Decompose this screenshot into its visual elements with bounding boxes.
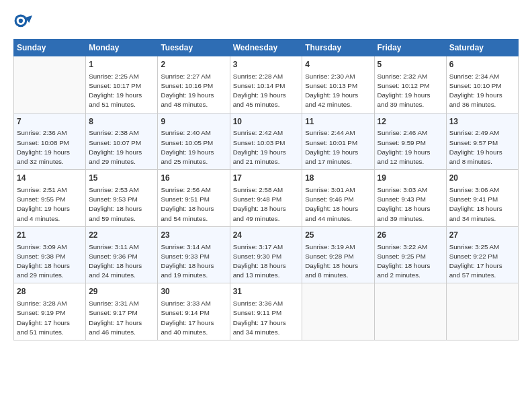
day-info: Sunrise: 3:06 AM Sunset: 9:41 PM Dayligh… <box>449 185 515 224</box>
logo-icon <box>13 13 32 32</box>
col-wednesday: Wednesday <box>230 40 302 56</box>
table-row: 5Sunrise: 2:32 AM Sunset: 10:12 PM Dayli… <box>374 56 446 113</box>
day-info: Sunrise: 3:17 AM Sunset: 9:30 PM Dayligh… <box>233 242 300 281</box>
page: Sunday Monday Tuesday Wednesday Thursday… <box>0 0 532 411</box>
table-row: 14Sunrise: 2:51 AM Sunset: 9:55 PM Dayli… <box>14 170 86 227</box>
day-info: Sunrise: 2:49 AM Sunset: 9:57 PM Dayligh… <box>449 128 515 167</box>
day-number: 30 <box>161 286 226 298</box>
table-row: 20Sunrise: 3:06 AM Sunset: 9:41 PM Dayli… <box>446 170 518 227</box>
day-info: Sunrise: 3:11 AM Sunset: 9:36 PM Dayligh… <box>89 242 154 281</box>
day-info: Sunrise: 2:30 AM Sunset: 10:13 PM Daylig… <box>305 72 371 110</box>
table-row: 18Sunrise: 3:01 AM Sunset: 9:46 PM Dayli… <box>302 170 374 227</box>
day-number: 29 <box>89 286 154 298</box>
day-info: Sunrise: 2:28 AM Sunset: 10:14 PM Daylig… <box>233 72 300 110</box>
day-info: Sunrise: 3:31 AM Sunset: 9:17 PM Dayligh… <box>89 299 154 337</box>
calendar-header-row: Sunday Monday Tuesday Wednesday Thursday… <box>14 40 519 56</box>
day-number: 4 <box>305 59 371 71</box>
table-row: 25Sunrise: 3:19 AM Sunset: 9:28 PM Dayli… <box>302 226 374 283</box>
table-row: 31Sunrise: 3:36 AM Sunset: 9:11 PM Dayli… <box>230 283 302 340</box>
day-info: Sunrise: 2:36 AM Sunset: 10:08 PM Daylig… <box>17 128 83 167</box>
day-info: Sunrise: 2:56 AM Sunset: 9:51 PM Dayligh… <box>161 185 226 224</box>
day-number: 15 <box>89 173 154 184</box>
day-info: Sunrise: 3:03 AM Sunset: 9:43 PM Dayligh… <box>378 185 443 224</box>
day-number: 12 <box>378 116 443 128</box>
day-info: Sunrise: 2:58 AM Sunset: 9:48 PM Dayligh… <box>233 185 300 224</box>
table-row: 22Sunrise: 3:11 AM Sunset: 9:36 PM Dayli… <box>86 226 158 283</box>
table-row: 9Sunrise: 2:40 AM Sunset: 10:05 PM Dayli… <box>158 113 230 170</box>
day-number: 23 <box>161 230 226 241</box>
day-number: 5 <box>378 59 443 71</box>
day-number: 3 <box>233 59 300 71</box>
day-number: 9 <box>161 116 226 128</box>
day-info: Sunrise: 3:01 AM Sunset: 9:46 PM Dayligh… <box>305 185 371 224</box>
table-row: 26Sunrise: 3:22 AM Sunset: 9:25 PM Dayli… <box>374 226 446 283</box>
day-number: 21 <box>17 230 83 241</box>
day-info: Sunrise: 2:32 AM Sunset: 10:12 PM Daylig… <box>378 72 443 110</box>
day-number: 8 <box>89 116 154 128</box>
table-row: 2Sunrise: 2:27 AM Sunset: 10:16 PM Dayli… <box>158 56 230 113</box>
header <box>13 13 519 32</box>
table-row: 8Sunrise: 2:38 AM Sunset: 10:07 PM Dayli… <box>86 113 158 170</box>
day-number: 26 <box>378 230 443 241</box>
day-number: 25 <box>305 230 371 241</box>
table-row: 10Sunrise: 2:42 AM Sunset: 10:03 PM Dayl… <box>230 113 302 170</box>
calendar-week-row: 14Sunrise: 2:51 AM Sunset: 9:55 PM Dayli… <box>14 170 519 227</box>
day-number: 7 <box>17 116 83 128</box>
day-info: Sunrise: 2:38 AM Sunset: 10:07 PM Daylig… <box>89 128 154 167</box>
table-row: 15Sunrise: 2:53 AM Sunset: 9:53 PM Dayli… <box>86 170 158 227</box>
calendar-table: Sunday Monday Tuesday Wednesday Thursday… <box>13 39 519 340</box>
day-info: Sunrise: 2:27 AM Sunset: 10:16 PM Daylig… <box>161 72 226 110</box>
day-number: 18 <box>305 173 371 184</box>
table-row: 11Sunrise: 2:44 AM Sunset: 10:01 PM Dayl… <box>302 113 374 170</box>
day-number: 17 <box>233 173 300 184</box>
col-monday: Monday <box>86 40 158 56</box>
table-row: 21Sunrise: 3:09 AM Sunset: 9:38 PM Dayli… <box>14 226 86 283</box>
table-row: 29Sunrise: 3:31 AM Sunset: 9:17 PM Dayli… <box>86 283 158 340</box>
calendar-week-row: 28Sunrise: 3:28 AM Sunset: 9:19 PM Dayli… <box>14 283 519 340</box>
day-number: 24 <box>233 230 300 241</box>
col-friday: Friday <box>374 40 446 56</box>
calendar-week-row: 21Sunrise: 3:09 AM Sunset: 9:38 PM Dayli… <box>14 226 519 283</box>
col-saturday: Saturday <box>446 40 518 56</box>
day-info: Sunrise: 3:19 AM Sunset: 9:28 PM Dayligh… <box>305 242 371 281</box>
table-row <box>374 283 446 340</box>
table-row: 30Sunrise: 3:33 AM Sunset: 9:14 PM Dayli… <box>158 283 230 340</box>
day-number: 1 <box>89 59 154 71</box>
day-number: 13 <box>449 116 515 128</box>
day-info: Sunrise: 2:44 AM Sunset: 10:01 PM Daylig… <box>305 128 371 167</box>
table-row: 1Sunrise: 2:25 AM Sunset: 10:17 PM Dayli… <box>86 56 158 113</box>
table-row: 27Sunrise: 3:25 AM Sunset: 9:22 PM Dayli… <box>446 226 518 283</box>
day-number: 28 <box>17 286 83 298</box>
day-number: 20 <box>449 173 515 184</box>
day-info: Sunrise: 3:22 AM Sunset: 9:25 PM Dayligh… <box>378 242 443 281</box>
logo <box>13 13 35 32</box>
day-number: 14 <box>17 173 83 184</box>
table-row: 24Sunrise: 3:17 AM Sunset: 9:30 PM Dayli… <box>230 226 302 283</box>
day-info: Sunrise: 3:36 AM Sunset: 9:11 PM Dayligh… <box>233 299 300 337</box>
day-number: 16 <box>161 173 226 184</box>
svg-point-2 <box>19 19 23 23</box>
day-info: Sunrise: 3:14 AM Sunset: 9:33 PM Dayligh… <box>161 242 226 281</box>
table-row <box>446 283 518 340</box>
table-row: 28Sunrise: 3:28 AM Sunset: 9:19 PM Dayli… <box>14 283 86 340</box>
col-sunday: Sunday <box>14 40 86 56</box>
table-row: 3Sunrise: 2:28 AM Sunset: 10:14 PM Dayli… <box>230 56 302 113</box>
day-number: 10 <box>233 116 300 128</box>
table-row: 19Sunrise: 3:03 AM Sunset: 9:43 PM Dayli… <box>374 170 446 227</box>
day-number: 11 <box>305 116 371 128</box>
calendar-week-row: 1Sunrise: 2:25 AM Sunset: 10:17 PM Dayli… <box>14 56 519 113</box>
day-number: 19 <box>378 173 443 184</box>
table-row: 12Sunrise: 2:46 AM Sunset: 9:59 PM Dayli… <box>374 113 446 170</box>
table-row: 16Sunrise: 2:56 AM Sunset: 9:51 PM Dayli… <box>158 170 230 227</box>
day-info: Sunrise: 2:40 AM Sunset: 10:05 PM Daylig… <box>161 128 226 167</box>
day-info: Sunrise: 2:25 AM Sunset: 10:17 PM Daylig… <box>89 72 154 110</box>
table-row: 23Sunrise: 3:14 AM Sunset: 9:33 PM Dayli… <box>158 226 230 283</box>
table-row: 6Sunrise: 2:34 AM Sunset: 10:10 PM Dayli… <box>446 56 518 113</box>
calendar-week-row: 7Sunrise: 2:36 AM Sunset: 10:08 PM Dayli… <box>14 113 519 170</box>
day-info: Sunrise: 2:42 AM Sunset: 10:03 PM Daylig… <box>233 128 300 167</box>
day-number: 27 <box>449 230 515 241</box>
table-row: 17Sunrise: 2:58 AM Sunset: 9:48 PM Dayli… <box>230 170 302 227</box>
table-row <box>14 56 86 113</box>
day-info: Sunrise: 2:53 AM Sunset: 9:53 PM Dayligh… <box>89 185 154 224</box>
col-tuesday: Tuesday <box>158 40 230 56</box>
